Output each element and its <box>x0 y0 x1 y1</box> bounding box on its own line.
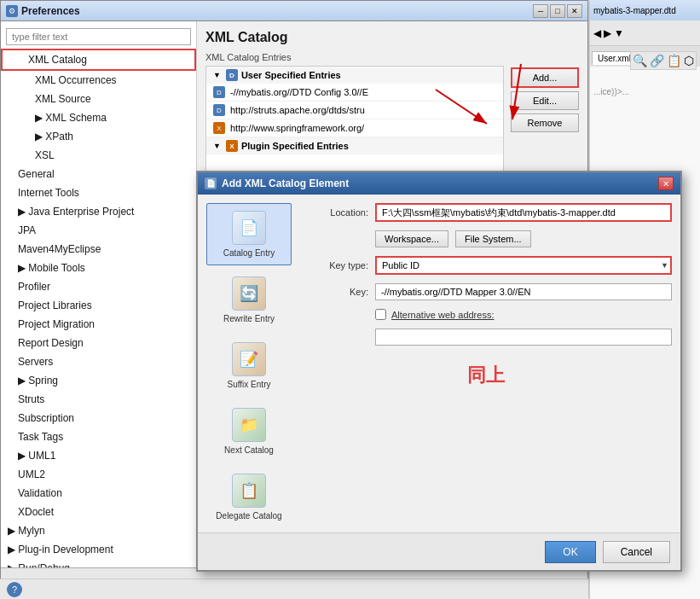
sidebar-item-profiler[interactable]: Profiler <box>1 277 196 296</box>
entry-row-3[interactable]: X http://www.springframework.org/ <box>206 119 503 137</box>
preferences-title: Preferences <box>21 5 80 17</box>
user-specified-section: ▼ D User Specified Entries <box>206 67 503 84</box>
plugin-icon: X <box>226 140 238 152</box>
add-button[interactable]: Add... <box>511 67 579 88</box>
suffix-entry-icon: 📝 <box>232 342 266 376</box>
cancel-button[interactable]: Cancel <box>603 541 670 563</box>
sidebar-item-mylyn[interactable]: ▶ Mylyn <box>1 521 196 540</box>
toolbar-icon-1[interactable]: 🔍 <box>633 54 647 67</box>
entry-icon-1: D <box>213 86 225 98</box>
sidebar-item-uml1[interactable]: ▶ UML1 <box>1 446 196 465</box>
alt-web-label: Alternative web address: <box>391 310 494 320</box>
plugin-specified-label: Plugin Specified Entries <box>241 141 349 151</box>
rewrite-entry-label: Rewrite Entry <box>223 314 275 323</box>
menu-icon[interactable]: ▼ <box>614 27 624 39</box>
minimize-button[interactable]: ─ <box>533 4 548 18</box>
key-input[interactable] <box>375 283 672 300</box>
dialog-form: Location: Workspace... File System... Ke… <box>300 203 672 524</box>
next-catalog-label: Next Catalog <box>224 445 274 455</box>
sidebar-item-mobile-tools[interactable]: ▶ Mobile Tools <box>1 259 196 277</box>
dialog-titlebar: 📄 Add XML Catalog Element ✕ <box>198 172 680 195</box>
catalog-entry-type[interactable]: 📄 Catalog Entry <box>206 203 292 265</box>
dialog-footer: OK Cancel <box>198 532 680 570</box>
keytype-select[interactable]: Public ID <box>375 256 672 275</box>
close-button[interactable]: ✕ <box>567 4 582 18</box>
sidebar-item-xml-source[interactable]: XML Source <box>1 90 196 108</box>
help-icon[interactable]: ? <box>7 582 22 597</box>
sidebar-item-xpath[interactable]: ▶ XPath <box>1 127 196 146</box>
sidebar-item-xdoclet[interactable]: XDoclet <box>1 503 196 521</box>
location-input[interactable] <box>375 203 672 222</box>
dialog-close-button[interactable]: ✕ <box>658 177 674 190</box>
maximize-button[interactable]: □ <box>550 4 565 18</box>
suffix-entry-label: Suffix Entry <box>228 380 271 389</box>
sidebar-item-jpa[interactable]: JPA <box>1 221 196 240</box>
edit-button[interactable]: Edit... <box>511 91 579 110</box>
remove-button[interactable]: Remove <box>511 113 579 132</box>
next-catalog-icon: 📁 <box>232 408 266 442</box>
catalog-type-sidebar: 📄 Catalog Entry 🔄 Rewrite Entry 📝 Suffix… <box>206 203 292 524</box>
rewrite-entry-icon: 🔄 <box>232 276 266 311</box>
dialog-title: Add XML Catalog Element <box>222 177 349 189</box>
sidebar-item-xml-occurrences[interactable]: XML Occurrences <box>1 71 196 90</box>
entry-icon-2: D <box>213 104 225 116</box>
right-panel-content: ...ice))>... <box>590 67 700 100</box>
right-panel-toolbar: ◀ ▶ ▼ <box>590 20 700 46</box>
expand-arrow: ▼ <box>213 71 221 79</box>
toolbar-icon-2[interactable]: 🔗 <box>650 54 664 67</box>
sidebar-item-project-libraries[interactable]: Project Libraries <box>1 296 196 315</box>
sidebar-item-xml-schema[interactable]: ▶ XML Schema <box>1 108 196 127</box>
entry-row-2[interactable]: D http://struts.apache.org/dtds/stru <box>206 102 503 119</box>
sidebar-item-spring[interactable]: ▶ Spring <box>1 371 196 390</box>
keytype-row: Key type: Public ID ▼ <box>300 256 672 275</box>
suffix-entry-type[interactable]: 📝 Suffix Entry <box>206 334 292 397</box>
sidebar-item-uml2[interactable]: UML2 <box>1 465 196 484</box>
entry-row-1[interactable]: D -//mybatis.org//DTD Config 3.0//E <box>206 84 503 102</box>
sidebar-item-task-tags[interactable]: Task Tags <box>1 427 196 446</box>
sidebar-item-report-design[interactable]: Report Design <box>1 334 196 352</box>
dialog-body: 📄 Catalog Entry 🔄 Rewrite Entry 📝 Suffix… <box>198 195 680 532</box>
catalog-entry-label: Catalog Entry <box>223 248 275 258</box>
sidebar-item-run-debug[interactable]: ▶ Run/Debug <box>1 559 196 567</box>
keytype-label: Key type: <box>300 260 368 270</box>
alt-web-input-row <box>375 329 672 346</box>
rewrite-entry-type[interactable]: 🔄 Rewrite Entry <box>206 269 292 331</box>
sidebar-item-general[interactable]: General <box>1 165 196 183</box>
toolbar-icon-4[interactable]: ⬡ <box>684 54 694 67</box>
user-specified-label: User Specified Entries <box>241 70 341 80</box>
sidebar-item-xsl[interactable]: XSL <box>1 146 196 165</box>
location-label: Location: <box>300 207 368 218</box>
toolbar-icon-3[interactable]: 📋 <box>667 54 681 67</box>
sidebar-item-xml-catalog[interactable]: XML Catalog <box>1 49 196 71</box>
sidebar-item-plugin-dev[interactable]: ▶ Plug-in Development <box>1 540 196 559</box>
sidebar-item-subscription[interactable]: Subscription <box>1 409 196 427</box>
catalog-entries-label: XML Catalog Entries <box>205 52 579 62</box>
alt-web-input[interactable] <box>375 329 672 346</box>
ok-button[interactable]: OK <box>545 541 595 563</box>
forward-icon[interactable]: ▶ <box>604 27 611 39</box>
workspace-button[interactable]: Workspace... <box>375 230 448 247</box>
entry-text-2: http://struts.apache.org/dtds/stru <box>230 105 365 115</box>
sidebar-search-input[interactable] <box>6 28 191 45</box>
delegate-catalog-type[interactable]: 📋 Delegate Catalog <box>206 466 292 528</box>
alt-web-checkbox[interactable] <box>375 309 386 320</box>
filesystem-button[interactable]: File System... <box>455 230 531 247</box>
status-bar: ? <box>0 579 588 599</box>
next-catalog-type[interactable]: 📁 Next Catalog <box>206 400 292 462</box>
sidebar-item-validation[interactable]: Validation <box>1 484 196 503</box>
entry-text-1: -//mybatis.org//DTD Config 3.0//E <box>230 87 368 97</box>
sidebar-item-project-migration[interactable]: Project Migration <box>1 315 196 334</box>
sidebar-item-struts[interactable]: Struts <box>1 390 196 409</box>
center-annotation: 同上 <box>300 363 672 388</box>
sidebar-item-maven[interactable]: Maven4MyEclipse <box>1 240 196 259</box>
sidebar: XML Catalog XML Occurrences XML Source ▶… <box>1 21 197 567</box>
entry-text-3: http://www.springframework.org/ <box>230 123 364 133</box>
sidebar-item-internet-tools[interactable]: Internet Tools <box>1 183 196 202</box>
sidebar-item-servers[interactable]: Servers <box>1 352 196 371</box>
sidebar-item-java-enterprise[interactable]: ▶ Java Enterprise Project <box>1 202 196 221</box>
keytype-select-wrapper: Public ID ▼ <box>375 256 672 275</box>
plugin-specified-section: ▼ X Plugin Specified Entries <box>206 137 503 154</box>
back-icon[interactable]: ◀ <box>593 27 601 39</box>
add-catalog-dialog: 📄 Add XML Catalog Element ✕ 📄 Catalog En… <box>196 171 682 572</box>
delegate-catalog-label: Delegate Catalog <box>216 511 281 520</box>
